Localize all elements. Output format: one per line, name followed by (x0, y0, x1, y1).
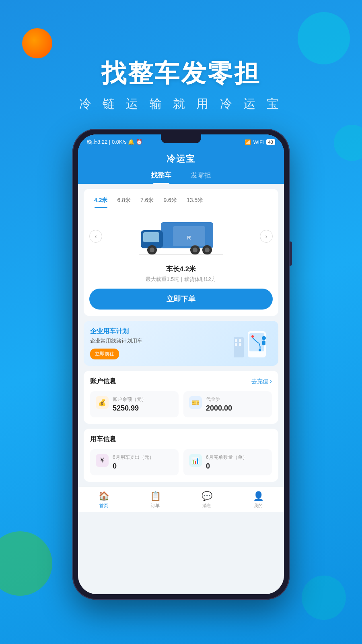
size-tab-7.6[interactable]: 7.6米 (136, 194, 158, 208)
usage-header: 用车信息 (90, 435, 272, 444)
decorative-circle-orange (22, 28, 52, 58)
svg-point-19 (251, 335, 254, 338)
hero-title: 找整车发零担 (0, 56, 362, 90)
voucher-label: 代金券 (206, 396, 232, 403)
svg-rect-16 (239, 343, 241, 346)
balance-value: 5250.99 (113, 404, 146, 413)
svg-point-6 (193, 248, 197, 252)
orders-icon: 📊 (189, 454, 202, 467)
signal-icon: 📶 (245, 139, 251, 145)
scrollable-content: 4.2米 6.8米 7.6米 9.6米 13.5米 ‹ (78, 184, 284, 594)
order-button[interactable]: 立即下单 (89, 289, 273, 310)
status-right: 📶 WiFi 43 (245, 139, 275, 145)
svg-rect-14 (239, 339, 241, 342)
wifi-icon: WiFi (253, 139, 264, 145)
account-header: 账户信息 去充值 › (90, 377, 272, 386)
tab-ltl[interactable]: 发零担 (191, 171, 211, 184)
nav-messages[interactable]: 💬 消息 (181, 487, 232, 512)
balance-icon: 💰 (96, 396, 109, 409)
phone-side-button (290, 242, 292, 266)
svg-point-20 (259, 349, 261, 351)
vehicle-card: 4.2米 6.8米 7.6米 9.6米 13.5米 ‹ (84, 189, 278, 316)
svg-point-21 (262, 336, 266, 340)
account-section: 账户信息 去充值 › 💰 账户余额（元） 5250.99 (84, 371, 278, 424)
battery-indicator: 43 (266, 139, 275, 145)
orders-details: 6月完单数量（单） 0 (206, 454, 247, 471)
nav-orders[interactable]: 📋 订单 (130, 487, 181, 512)
size-tab-9.6[interactable]: 9.6米 (158, 194, 181, 208)
svg-text:R: R (187, 235, 191, 241)
balance-details: 账户余额（元） 5250.99 (113, 396, 146, 413)
expense-item: ¥ 6月用车支出（元） 0 (90, 449, 179, 475)
expense-label: 6月用车支出（元） (113, 454, 154, 461)
voucher-value: 2000.00 (206, 404, 232, 413)
hero-section: 找整车发零担 冷 链 运 输 就 用 冷 运 宝 (0, 56, 362, 112)
voucher-details: 代金券 2000.00 (206, 396, 232, 413)
size-tabs: 4.2米 6.8米 7.6米 9.6米 13.5米 (84, 189, 278, 208)
enterprise-banner[interactable]: 企业用车计划 企业常用线路计划用车 立即前往 (84, 321, 278, 366)
expense-value: 0 (113, 462, 154, 471)
svg-rect-15 (235, 343, 237, 346)
main-tabs: 找整车 发零担 (78, 165, 284, 184)
svg-rect-22 (262, 341, 265, 345)
orders-value: 0 (206, 462, 247, 471)
next-truck-button[interactable]: › (260, 230, 273, 243)
voucher-item: 🎫 代金券 2000.00 (183, 391, 272, 417)
truck-info: 车长4.2米 最大载重1.5吨｜载货体积12方 (84, 264, 278, 289)
orders-item: 📊 6月完单数量（单） 0 (183, 449, 272, 475)
size-tab-13.5[interactable]: 13.5米 (182, 194, 208, 208)
prev-truck-button[interactable]: ‹ (89, 230, 102, 243)
size-tab-6.8[interactable]: 6.8米 (112, 194, 135, 208)
profile-icon: 👤 (253, 491, 264, 502)
usage-info-grid: ¥ 6月用车支出（元） 0 📊 6月完单数量（单） 0 (90, 449, 272, 475)
status-time: 晚上8:22 | 0.0K/s 🔔 ⏰ (87, 138, 142, 146)
decorative-circle-teal-bottom (302, 576, 346, 620)
nav-home-label: 首页 (99, 503, 108, 509)
phone-wrapper: 晚上8:22 | 0.0K/s 🔔 ⏰ 📶 WiFi 43 冷运宝 找整车 (72, 129, 290, 600)
nav-profile-label: 我的 (254, 503, 263, 509)
expense-details: 6月用车支出（元） 0 (113, 454, 154, 471)
voucher-icon: 🎫 (189, 396, 202, 409)
phone-notch (161, 134, 201, 143)
app-header: 冷运宝 (78, 150, 284, 165)
svg-point-4 (150, 248, 154, 252)
nav-messages-label: 消息 (202, 503, 211, 509)
bottom-navigation: 🏠 首页 📋 订单 💬 消息 👤 我的 (78, 487, 284, 512)
svg-rect-2 (143, 232, 159, 242)
phone-frame: 晚上8:22 | 0.0K/s 🔔 ⏰ 📶 WiFi 43 冷运宝 找整车 (72, 129, 290, 600)
size-tab-4.2[interactable]: 4.2米 (89, 194, 112, 208)
balance-item: 💰 账户余额（元） 5250.99 (90, 391, 179, 417)
usage-title: 用车信息 (90, 435, 116, 444)
recharge-link[interactable]: 去充值 › (251, 378, 272, 385)
svg-rect-13 (235, 339, 237, 342)
account-info-grid: 💰 账户余额（元） 5250.99 🎫 代金券 2000. (90, 391, 272, 417)
balance-label: 账户余额（元） (113, 396, 146, 403)
messages-icon: 💬 (202, 491, 212, 502)
hero-subtitle: 冷 链 运 输 就 用 冷 运 宝 (0, 96, 362, 112)
home-icon: 🏠 (99, 491, 109, 502)
banner-illustration (232, 329, 272, 357)
expense-icon: ¥ (96, 454, 109, 467)
usage-section: 用车信息 ¥ 6月用车支出（元） 0 📊 (84, 429, 278, 482)
truck-name: 车长4.2米 (89, 264, 273, 274)
orders-nav-icon: 📋 (150, 491, 161, 502)
account-title: 账户信息 (90, 377, 116, 386)
svg-point-8 (205, 248, 210, 252)
nav-profile[interactable]: 👤 我的 (232, 487, 284, 512)
banner-button[interactable]: 立即前往 (90, 349, 119, 359)
truck-display: ‹ (84, 208, 278, 264)
app-title: 冷运宝 (78, 153, 284, 165)
tab-find-truck[interactable]: 找整车 (151, 171, 171, 184)
truck-specs: 最大载重1.5吨｜载货体积12方 (89, 276, 273, 283)
nav-home[interactable]: 🏠 首页 (78, 487, 130, 512)
phone-screen: 晚上8:22 | 0.0K/s 🔔 ⏰ 📶 WiFi 43 冷运宝 找整车 (78, 134, 284, 594)
truck-image: R (137, 212, 225, 260)
orders-label: 6月完单数量（单） (206, 454, 247, 461)
nav-orders-label: 订单 (151, 503, 160, 509)
